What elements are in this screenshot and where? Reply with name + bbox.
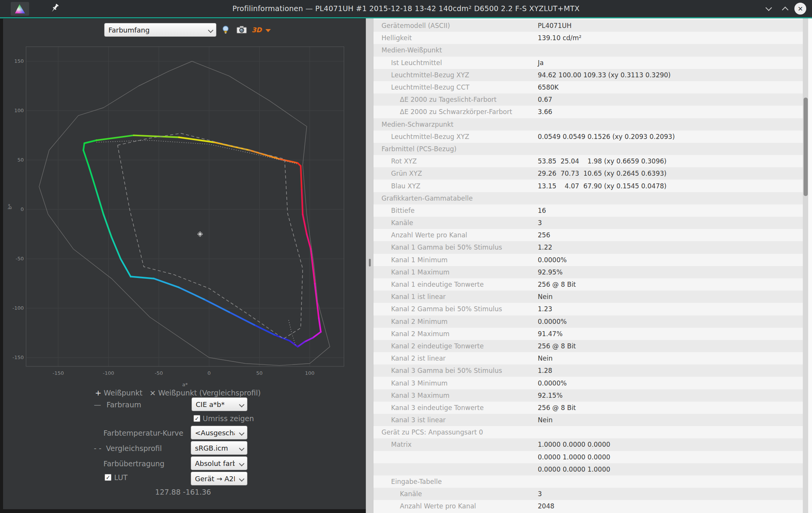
row-label: Blau XYZ xyxy=(373,182,421,190)
comparison-profile-label: Vergleichsprofil xyxy=(104,444,162,453)
table-row: Kanal 1 eindeutige Tonwerte256 @ 8 Bit xyxy=(373,278,803,291)
shade-window-button[interactable] xyxy=(763,3,774,15)
table-row: Anzahl Werte pro Kanal256 xyxy=(373,229,803,241)
svg-text:-150: -150 xyxy=(52,370,64,376)
row-label: Ist Leuchtmittel xyxy=(373,59,442,67)
row-value: PL4071UH xyxy=(538,22,571,29)
chevron-down-icon xyxy=(239,446,244,451)
table-row: Kanal 2 Minimum0.0000% xyxy=(373,315,803,328)
svg-text:a*: a* xyxy=(182,382,188,387)
scrollbar-thumb[interactable] xyxy=(804,98,808,196)
row-value: 3.66 xyxy=(538,108,552,116)
comparison-profile-row: - - Vergleichsprofil xyxy=(94,444,162,453)
table-row: Helligkeit139.10 cd/m² xyxy=(373,32,803,44)
row-label: Kanal 3 Gamma bei 50% Stimulus xyxy=(373,367,502,374)
row-label: Rot XYZ xyxy=(373,157,417,165)
vertical-scrollbar[interactable] xyxy=(803,18,808,513)
table-row: Kanal 1 ist linearNein xyxy=(373,291,803,303)
table-row: Ist LeuchtmittelJa xyxy=(373,57,803,69)
table-row: Leuchtmittel-Bezug XYZ94.62 100.00 109.3… xyxy=(373,69,803,81)
row-label: Kanal 1 eindeutige Tonwerte xyxy=(373,281,484,288)
row-value: 256 @ 8 Bit xyxy=(538,342,576,350)
lut-table-dropdown[interactable]: Gerät → A2B xyxy=(191,472,247,485)
rendering-intent-label: Farbübertragung xyxy=(103,459,164,468)
table-row: Anzahl Werte pro Kanal2048 xyxy=(373,500,803,512)
table-row: Medien-Schwarzpunkt xyxy=(373,118,803,131)
panel-splitter[interactable] xyxy=(366,18,373,513)
table-row: Kanal 2 Maximum91.47% xyxy=(373,328,803,340)
row-value: 1.23 xyxy=(538,305,552,313)
close-icon: ✕ xyxy=(797,5,803,13)
row-value: 13.15 4.07 67.90 (xy 0.1545 0.0478) xyxy=(538,182,666,190)
row-value: 16 xyxy=(538,207,546,214)
table-row: Kanal 1 Gamma bei 50% Stimulus1.22 xyxy=(373,241,803,253)
svg-text:-100: -100 xyxy=(103,370,115,376)
row-label: Kanal 3 Maximum xyxy=(373,392,450,399)
svg-text:0: 0 xyxy=(21,206,24,212)
row-label: Bittiefe xyxy=(373,207,414,214)
gamut-plot[interactable]: 150100500-50-100-150-150-100-50050100a*b… xyxy=(3,19,366,509)
table-row: Kanal 3 ist linearNein xyxy=(373,414,803,426)
row-label: Leuchtmittel-Bezug XYZ xyxy=(373,133,469,141)
svg-text:50: 50 xyxy=(256,370,263,376)
row-value: 92.15% xyxy=(538,392,563,399)
show-outline-checkbox[interactable]: ✓ xyxy=(193,415,200,422)
row-label: Grafikkarten-Gammatabelle xyxy=(373,194,473,202)
table-row: Leuchtmittel-Bezug XYZ0.0549 0.0549 0.15… xyxy=(373,131,803,143)
row-value: 92.95% xyxy=(538,268,563,276)
row-value: Nein xyxy=(538,416,553,424)
table-row: Rot XYZ53.85 25.04 1.98 (xy 0.6659 0.309… xyxy=(373,155,803,167)
title-bar[interactable]: Profilinformationen — PL4071UH #1 2015-1… xyxy=(0,0,812,17)
row-value: Nein xyxy=(538,293,553,301)
table-row: Grafikkarten-Gammatabelle xyxy=(373,192,803,204)
row-value: Nein xyxy=(538,355,553,362)
table-row: Kanal 2 Gamma bei 50% Stimulus1.23 xyxy=(373,303,803,315)
rendering-intent-dropdown[interactable]: Absolut farb xyxy=(191,456,247,470)
gamut-triangle-icon xyxy=(14,3,26,14)
table-row: ΔE 2000 zu Tageslicht-Farbort0.67 xyxy=(373,93,803,106)
row-label: Grün XYZ xyxy=(373,170,422,177)
cursor-coordinates: 127.88 -161.36 xyxy=(3,488,363,496)
show-outline-label: Umriss zeigen xyxy=(203,414,254,423)
maximize-window-button[interactable] xyxy=(779,3,791,15)
close-window-button[interactable]: ✕ xyxy=(794,3,806,15)
table-row: Blau XYZ13.15 4.07 67.90 (xy 0.1545 0.04… xyxy=(373,180,803,192)
table-row: ΔE 2000 zu Schwarzkörper-Farbort3.66 xyxy=(373,106,803,118)
lut-checkbox[interactable]: ✓ xyxy=(105,474,111,481)
row-label: Eingabe-Tabelle xyxy=(373,478,442,485)
comparison-profile-dropdown[interactable]: sRGB.icm xyxy=(191,441,247,455)
table-row: Kanal 3 Maximum92.15% xyxy=(373,389,803,402)
whitepoint-compare-label: Weißpunkt (Vergleichsprofil) xyxy=(158,389,261,397)
window-bottom-strip xyxy=(0,509,366,513)
row-label: Kanal 2 eindeutige Tonwerte xyxy=(373,342,484,350)
svg-text:150: 150 xyxy=(14,58,24,64)
chevron-down-icon xyxy=(239,461,244,466)
row-label: Kanal 1 Gamma bei 50% Stimulus xyxy=(373,243,502,251)
color-temperature-curve-dropdown[interactable]: <Ausgeschal xyxy=(191,426,247,439)
row-value: 139.10 cd/m² xyxy=(538,34,581,42)
row-value: 3 xyxy=(538,219,542,227)
row-label: Gerätemodell (ASCII) xyxy=(373,22,450,29)
gepunktete-Linie-oben xyxy=(97,140,298,164)
table-row: Kanal 3 eindeutige Tonwerte256 @ 8 Bit xyxy=(373,402,803,414)
row-label: Kanal 2 Maximum xyxy=(373,330,450,338)
row-label: Farbmittel (PCS-Bezug) xyxy=(373,145,457,153)
table-row: Kanal 3 Minimum0.0000% xyxy=(373,377,803,389)
row-label: Kanal 3 Minimum xyxy=(373,379,448,387)
row-label: Helligkeit xyxy=(373,34,412,42)
row-label: Kanal 2 ist linear xyxy=(373,355,446,362)
window-right-gutter xyxy=(808,18,812,513)
row-label: Gerät zu PCS: Anpassungsart 0 xyxy=(373,428,483,436)
row-value: 3 xyxy=(538,490,542,498)
table-row: Farbmittel (PCS-Bezug) xyxy=(373,143,803,155)
plus-marker-icon: + xyxy=(95,388,102,397)
table-row: 0.0000 0.0000 1.0000 xyxy=(373,463,803,475)
table-row: Matrix1.0000 0.0000 0.0000 xyxy=(373,438,803,451)
colorspace-dropdown[interactable]: CIE a*b* xyxy=(192,397,247,411)
row-value: 6580K xyxy=(538,83,558,91)
gamut-plot-svg: 150100500-50-100-150-150-100-50050100a*b… xyxy=(3,19,366,509)
pin-icon[interactable] xyxy=(50,3,61,15)
svg-text:-100: -100 xyxy=(12,305,24,311)
row-value: 0.0000% xyxy=(538,256,567,264)
table-row: Kanäle3 xyxy=(373,217,803,229)
